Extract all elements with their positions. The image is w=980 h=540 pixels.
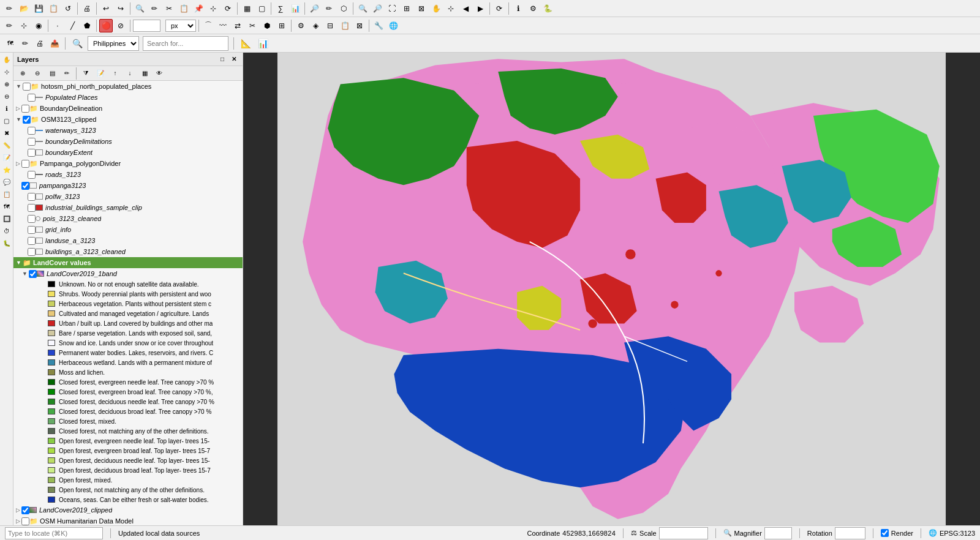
layer-pampanga[interactable]: ▷ pampanga3123	[13, 180, 243, 191]
pp-checkbox[interactable]	[28, 94, 36, 102]
group-btn[interactable]: ▦	[138, 67, 151, 80]
layer-polfw[interactable]: ▷ polfw_3123	[13, 191, 243, 202]
crs-area[interactable]: 🌐 EPSG:3123	[929, 529, 975, 537]
osm-expand[interactable]: ▼	[16, 116, 21, 122]
model-designer-btn[interactable]: ◈	[309, 19, 322, 32]
digitize-btn[interactable]: ✏	[148, 2, 161, 15]
refresh-btn[interactable]: ⟳	[492, 2, 506, 15]
temporal-tool[interactable]: ⏱	[1, 225, 12, 236]
annotation-tool[interactable]: 📝	[1, 152, 12, 163]
region-select[interactable]: Philippines	[88, 36, 139, 51]
lc2019-checkbox[interactable]	[29, 270, 37, 278]
hotosm-checkbox[interactable]	[23, 83, 31, 91]
node-tool-btn[interactable]: ⊹	[17, 19, 31, 32]
rotate-feature-btn[interactable]: ⟳	[221, 2, 235, 15]
pd-checkbox[interactable]	[21, 160, 29, 168]
move-feature-btn[interactable]: ⊹	[206, 2, 220, 15]
layer-landcover2019[interactable]: ▼ LandCover2019_1band	[13, 268, 243, 279]
layer-notes-btn[interactable]: 📝	[94, 67, 107, 80]
nav-print-btn[interactable]: 🖨	[34, 38, 45, 49]
open-attr-table-btn[interactable]: ▤	[45, 67, 59, 80]
open-field-calc-btn[interactable]: ∑	[274, 2, 287, 15]
paste-btn[interactable]: 📌	[192, 2, 205, 15]
reverse-line-btn[interactable]: ⇄	[231, 19, 244, 32]
processing-toolbox-btn[interactable]: ⚙	[294, 19, 307, 32]
snap-btn[interactable]: 🔴	[99, 19, 113, 32]
bldg-checkbox[interactable]	[28, 248, 36, 256]
locate-input[interactable]	[5, 527, 103, 539]
layer-populated-places[interactable]: ▷ Populated Places	[13, 92, 243, 103]
nav-btn-2[interactable]: 📊	[256, 37, 270, 50]
shape-tools-btn[interactable]: ⬡	[337, 2, 350, 15]
ib-checkbox[interactable]	[28, 204, 36, 212]
lcc-expand[interactable]: ▷	[16, 507, 20, 513]
nav-export-btn[interactable]: 📤	[49, 38, 60, 49]
save-as-btn[interactable]: 📋	[47, 2, 60, 15]
revert-btn[interactable]: ↺	[61, 2, 75, 15]
redo-btn[interactable]: ↪	[114, 2, 127, 15]
zoom-full-btn[interactable]: ⛶	[385, 2, 399, 15]
layer-boundary-extent[interactable]: ▷ boundaryExtent	[13, 147, 243, 158]
layer-waterways[interactable]: ▷ waterways_3123	[13, 125, 243, 136]
be-checkbox[interactable]	[28, 149, 36, 157]
zoom-next-btn[interactable]: ▶	[473, 2, 487, 15]
render-area[interactable]: Render	[881, 529, 913, 537]
visibility-btn[interactable]: 👁	[153, 67, 166, 80]
magnifier-input[interactable]: 100%	[764, 527, 792, 539]
lc2019-expand[interactable]: ▼	[22, 271, 28, 277]
zoom-selection-btn[interactable]: ⊠	[415, 2, 428, 15]
roads-checkbox[interactable]	[28, 171, 36, 179]
layer-osm-humanitarian[interactable]: ▷ 📁 OSM Humanitarian Data Model	[13, 516, 243, 525]
plugin1-btn[interactable]: 🔧	[372, 19, 385, 32]
zoom-in-tool[interactable]: ⊕	[1, 78, 12, 89]
layer-osm-clipped-group[interactable]: ▼ 📁 OSM3123_clipped	[13, 114, 243, 125]
lcc-checkbox[interactable]	[21, 506, 29, 514]
identify-btn[interactable]: 🔍	[133, 2, 146, 15]
layer-pampanga-div[interactable]: ▷ 📁 Pampanga_polygonDivider	[13, 158, 243, 169]
digitize-curve-btn[interactable]: ⌒	[202, 19, 215, 32]
zoom-prev-btn[interactable]: ◀	[459, 2, 472, 15]
split-feat-btn[interactable]: ✂	[246, 19, 259, 32]
deselect-tool[interactable]: ✖	[1, 127, 12, 138]
locator-btn[interactable]: 🔎	[307, 2, 321, 15]
toggle-edit-btn[interactable]: ✏	[60, 67, 74, 80]
add-line-btn[interactable]: ╱	[66, 19, 79, 32]
layer-grid-info[interactable]: ▷ grid_info	[13, 224, 243, 235]
layer-landuse[interactable]: ▷ landuse_a_3123	[13, 235, 243, 246]
bd-expand[interactable]: ▷	[16, 105, 20, 111]
layers-close-btn[interactable]: ✕	[229, 54, 239, 64]
zoom-out-tool[interactable]: ⊖	[1, 91, 12, 102]
rotation-input[interactable]: 0,0°	[835, 527, 865, 539]
stream-digitize-btn[interactable]: 〰	[216, 19, 230, 32]
filter-layer-btn[interactable]: ⧩	[79, 67, 92, 80]
layer-buildings[interactable]: ▷ buildings_a_3123_cleaned	[13, 246, 243, 257]
search-input[interactable]	[143, 36, 228, 51]
history-btn[interactable]: ⊟	[323, 19, 337, 32]
pan-map-tool[interactable]: ⊹	[1, 66, 12, 77]
print-btn[interactable]: 🖨	[80, 2, 94, 15]
digitizing-toolbar-btn[interactable]: ✏	[322, 2, 336, 15]
3d-map-tool[interactable]: 🔲	[1, 213, 12, 224]
layer-landcover-values[interactable]: ▼ 📁 LandCover values	[13, 257, 243, 268]
offset-curve-btn[interactable]: ⊞	[275, 19, 288, 32]
locate-input-area[interactable]	[5, 527, 103, 539]
osm-hum-checkbox[interactable]	[21, 517, 29, 525]
copy-btn[interactable]: 📋	[177, 2, 190, 15]
map-tips-tool[interactable]: 💬	[1, 176, 12, 187]
cut-btn[interactable]: ✂	[162, 2, 176, 15]
remove-layer-btn[interactable]: ⊖	[31, 67, 44, 80]
info-btn[interactable]: ℹ	[511, 2, 525, 15]
select-tool[interactable]: ▢	[1, 115, 12, 126]
osm-hum-expand[interactable]: ▷	[16, 518, 20, 524]
pan-tool[interactable]: ✋	[1, 54, 12, 65]
bd-checkbox[interactable]	[21, 105, 29, 113]
tools-btn[interactable]: ⚙	[526, 2, 540, 15]
hotosm-expand[interactable]: ▼	[16, 83, 21, 89]
save-project-btn[interactable]: 💾	[32, 2, 45, 15]
move-up-btn[interactable]: ↑	[108, 67, 122, 80]
layer-hotosm-group[interactable]: ▼ 📁 hotosm_phi_north_populated_places	[13, 81, 243, 92]
move-down-btn[interactable]: ↓	[123, 67, 137, 80]
nav-edit-btn[interactable]: ✏	[20, 38, 31, 49]
pamp-checkbox[interactable]	[21, 182, 29, 190]
zoom-in-btn[interactable]: 🔍	[356, 2, 369, 15]
